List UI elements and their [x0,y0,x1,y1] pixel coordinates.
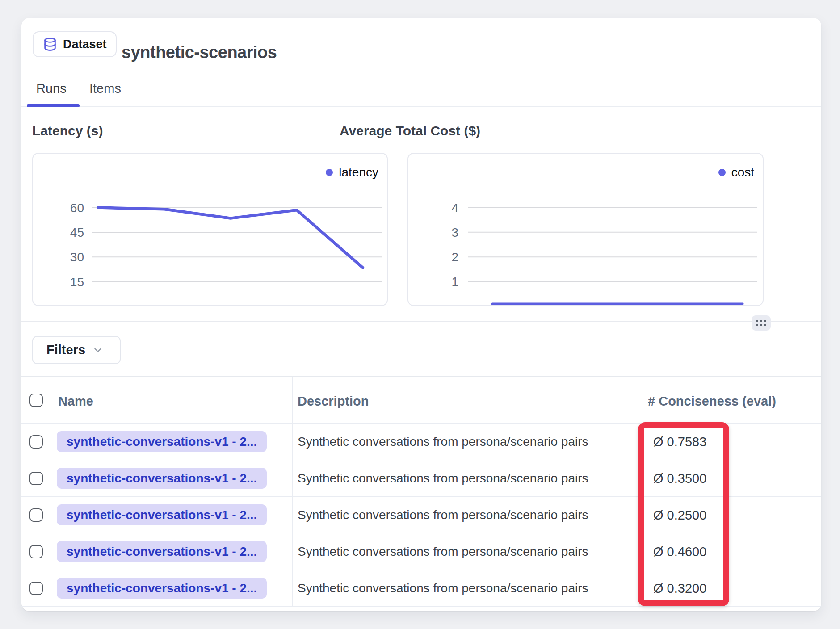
badge-label: Dataset [63,38,107,51]
filters-button[interactable]: Filters [32,336,121,364]
run-name-link[interactable]: synthetic-conversations-v1 - 2... [57,578,267,599]
row-checkbox[interactable] [29,435,43,449]
drag-handle-icon[interactable] [752,315,771,331]
chevron-down-icon [92,344,104,356]
latency-chart-title: Latency (s) [32,123,103,138]
run-name-link[interactable]: synthetic-conversations-v1 - 2... [57,468,267,489]
svg-text:4: 4 [451,201,458,215]
conciseness-value: Ø 0.7583 [653,435,706,449]
cost-legend-label: cost [731,165,754,180]
column-header-conciseness: # Conciseness (eval) [648,394,776,409]
run-description: Synthetic conversations from persona/sce… [298,471,588,486]
svg-text:3: 3 [451,226,458,239]
column-header-description: Description [298,394,369,409]
latency-legend-dot-icon [326,169,333,176]
run-name-link[interactable]: synthetic-conversations-v1 - 2... [57,541,267,562]
active-tab-indicator [27,104,80,107]
conciseness-value: Ø 0.3500 [653,471,706,486]
filters-button-label: Filters [46,343,85,357]
run-description: Synthetic conversations from persona/sce… [298,545,588,559]
svg-text:1: 1 [451,275,458,289]
cost-legend: cost [718,165,754,180]
conciseness-value: Ø 0.2500 [653,508,706,523]
conciseness-value: Ø 0.3200 [653,581,706,596]
cost-chart: 1234 [408,154,763,305]
svg-text:15: 15 [70,275,84,289]
table-row[interactable]: synthetic-conversations-v1 - 2... Synthe… [21,570,821,607]
charts-section-divider [21,321,821,322]
runs-table: Name Description # Conciseness (eval) sy… [21,376,821,606]
dataset-page-card: Dataset synthetic-scenarios Runs Items L… [21,18,821,611]
row-checkbox[interactable] [29,508,43,522]
page-background: { "header": { "badge_label": "Dataset", … [0,0,840,629]
table-row[interactable]: synthetic-conversations-v1 - 2... Synthe… [21,533,821,570]
svg-text:45: 45 [70,226,84,239]
table-header-row: Name Description # Conciseness (eval) [21,377,821,424]
tab-bar: Runs Items [21,77,821,107]
cost-chart-title: Average Total Cost ($) [340,123,480,138]
latency-legend-label: latency [339,165,378,180]
select-all-checkbox[interactable] [29,394,43,407]
page-title: synthetic-scenarios [122,43,277,62]
run-description: Synthetic conversations from persona/sce… [298,435,588,449]
tab-items[interactable]: Items [89,81,121,96]
table-row[interactable]: synthetic-conversations-v1 - 2... Synthe… [21,460,821,497]
cost-chart-card: 1234 cost [407,153,764,306]
column-header-name: Name [58,394,93,409]
row-checkbox[interactable] [29,582,43,595]
conciseness-value: Ø 0.4600 [653,545,706,559]
cost-legend-dot-icon [718,169,726,176]
svg-text:2: 2 [451,250,458,264]
svg-text:60: 60 [70,201,84,215]
database-icon [42,37,58,52]
run-description: Synthetic conversations from persona/sce… [298,508,588,522]
tab-runs[interactable]: Runs [36,81,67,96]
latency-legend: latency [326,165,378,180]
row-checkbox[interactable] [29,545,43,558]
run-description: Synthetic conversations from persona/sce… [298,581,588,595]
row-checkbox[interactable] [29,472,43,485]
dataset-badge: Dataset [33,31,117,57]
table-row[interactable]: synthetic-conversations-v1 - 2... Synthe… [21,497,821,533]
svg-text:30: 30 [70,250,84,264]
run-name-link[interactable]: synthetic-conversations-v1 - 2... [57,431,267,452]
latency-chart-card: 15304560 latency [32,153,388,306]
table-row[interactable]: synthetic-conversations-v1 - 2... Synthe… [21,424,821,460]
run-name-link[interactable]: synthetic-conversations-v1 - 2... [57,504,267,525]
